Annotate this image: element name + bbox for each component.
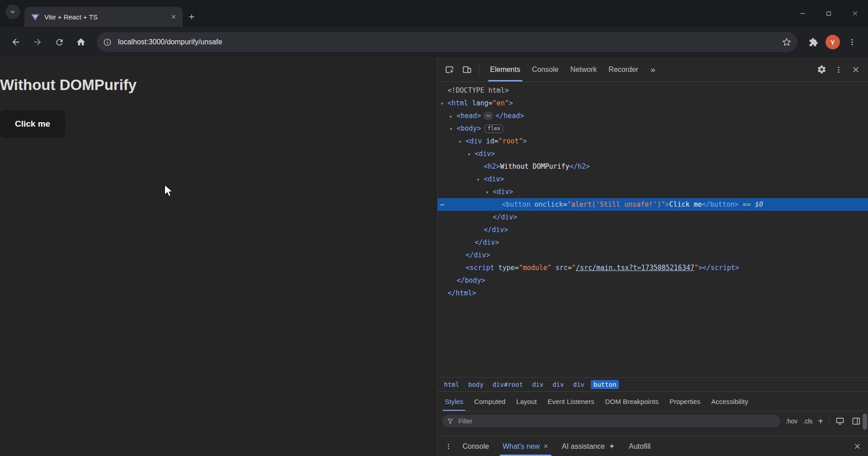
toggle-sidebar-button[interactable] xyxy=(851,417,862,426)
dom-tree-row[interactable]: </div> xyxy=(438,236,868,249)
breadcrumb-item-div[interactable]: div xyxy=(529,380,546,389)
twisty-expanded-icon[interactable]: ▾ xyxy=(440,97,448,110)
twisty-expanded-icon[interactable]: ▾ xyxy=(467,148,475,161)
extensions-button[interactable] xyxy=(804,33,823,52)
back-button[interactable] xyxy=(6,33,25,52)
styles-filter-row: :hov .cls + xyxy=(438,411,868,431)
flex-adorner-badge[interactable]: flex xyxy=(485,124,503,133)
profile-avatar[interactable]: Y xyxy=(826,35,840,49)
bookmark-star-icon[interactable] xyxy=(782,38,791,47)
expand-inline-button[interactable]: ⋯ xyxy=(483,112,493,120)
devtools-tab-console[interactable]: Console xyxy=(526,57,565,81)
toolbar-divider xyxy=(479,64,480,76)
devtools-tab-elements[interactable]: Elements xyxy=(484,57,526,81)
styles-tab-computed[interactable]: Computed xyxy=(469,392,511,411)
dom-tree-row[interactable]: ▾<div> xyxy=(438,185,868,198)
twisty-expanded-icon[interactable]: ▾ xyxy=(486,186,493,199)
dom-tree-row[interactable]: </div> xyxy=(438,249,868,261)
forward-button[interactable] xyxy=(28,33,47,52)
breadcrumb-item-body[interactable]: body xyxy=(466,380,486,389)
window-controls xyxy=(789,0,868,27)
styles-tab-event-listeners[interactable]: Event Listeners xyxy=(542,392,599,411)
tab-search-button[interactable] xyxy=(5,5,20,19)
styles-tab-styles[interactable]: Styles xyxy=(439,392,469,411)
dom-tree-row[interactable]: ▾<html lang="en"> xyxy=(438,97,868,109)
drawer-tab-what-s-new[interactable]: What's new✕ xyxy=(496,437,555,456)
devtools-menu-button[interactable] xyxy=(831,57,846,81)
home-button[interactable] xyxy=(71,33,90,52)
drawer-tab-console[interactable]: Console xyxy=(456,437,496,456)
row-options-icon[interactable]: ⋯ xyxy=(440,198,444,211)
styles-tab-layout[interactable]: Layout xyxy=(511,392,542,411)
site-info-icon[interactable] xyxy=(103,38,112,47)
dom-tree-row[interactable]: ▾<div> xyxy=(438,173,868,185)
twisty-expanded-icon[interactable]: ▾ xyxy=(476,173,484,186)
new-style-rule-button[interactable]: + xyxy=(818,417,823,426)
click-me-button[interactable]: Click me xyxy=(0,110,65,138)
dom-tree-row[interactable]: ▸<head>⋯</head> xyxy=(438,109,868,122)
inspect-element-button[interactable] xyxy=(442,57,458,81)
dom-tree-row[interactable]: <h2>Without DOMPurify</h2> xyxy=(438,160,868,173)
breadcrumb-item-div[interactable]: div xyxy=(570,380,587,389)
styles-tab-accessibility[interactable]: Accessibility xyxy=(706,392,754,411)
browser-tab[interactable]: Vite + React + TS xyxy=(24,7,183,27)
browser-menu-button[interactable] xyxy=(843,33,862,52)
dom-tree-line: ▾<div id="root"> xyxy=(438,137,527,145)
close-icon xyxy=(852,10,859,17)
breadcrumb-item-html[interactable]: html xyxy=(441,380,462,389)
dom-tree-row[interactable]: ▾<div> xyxy=(438,147,868,160)
twisty-expanded-icon[interactable]: ▾ xyxy=(449,123,457,135)
twisty-expanded-icon[interactable]: ▾ xyxy=(458,135,466,148)
scrollbar-thumb[interactable] xyxy=(863,413,867,430)
dom-tree-row[interactable]: </body> xyxy=(438,274,868,287)
styles-filter-input[interactable] xyxy=(458,417,776,425)
more-panels-button[interactable]: » xyxy=(646,57,660,81)
close-tab-icon[interactable]: ✕ xyxy=(543,443,548,450)
breadcrumb-item-div-root[interactable]: div#root xyxy=(490,380,525,389)
dom-tree-row[interactable]: </div> xyxy=(438,223,868,236)
dom-tree-row[interactable]: <script type="module" src="/src/main.tsx… xyxy=(438,261,868,274)
dom-tree-row[interactable]: ▾<div id="root"> xyxy=(438,135,868,147)
toggle-element-state-button[interactable]: :hov xyxy=(786,418,797,425)
scrollbar[interactable] xyxy=(863,413,867,454)
dom-tree-line: ▸<head>⋯</head> xyxy=(438,112,524,120)
devtools-close-button[interactable] xyxy=(848,57,863,81)
inspect-icon xyxy=(445,65,455,75)
breadcrumb-item-div[interactable]: div xyxy=(550,380,566,389)
element-classes-button[interactable]: .cls xyxy=(803,418,812,425)
devtools-settings-button[interactable] xyxy=(814,57,829,81)
devtools-tab-recorder[interactable]: Recorder xyxy=(603,57,644,81)
styles-filter[interactable] xyxy=(442,415,780,428)
plus-icon xyxy=(188,13,195,20)
drawer-tab-autofill[interactable]: Autofill xyxy=(622,437,657,456)
url-input[interactable] xyxy=(117,38,777,47)
devtools-tab-network[interactable]: Network xyxy=(564,57,603,81)
dom-tree-row[interactable]: </html> xyxy=(438,287,868,299)
dom-tree-row[interactable]: ▾<body>flex xyxy=(438,122,868,135)
drawer-close-button[interactable] xyxy=(851,442,863,450)
reload-button[interactable] xyxy=(50,33,69,52)
styles-tab-dom-breakpoints[interactable]: DOM Breakpoints xyxy=(600,392,664,411)
minimize-button[interactable] xyxy=(789,0,816,27)
styles-tabs: StylesComputedLayoutEvent ListenersDOM B… xyxy=(438,391,868,411)
chevron-down-icon xyxy=(9,9,16,15)
new-tab-button[interactable] xyxy=(188,13,195,20)
address-bar[interactable] xyxy=(97,32,797,52)
twisty-collapsed-icon[interactable]: ▸ xyxy=(449,110,457,123)
drawer-menu-button[interactable] xyxy=(442,437,455,456)
drawer-tabs: ConsoleWhat's new✕AI assistanceAutofill xyxy=(456,437,657,456)
breadcrumb-item-button[interactable]: button xyxy=(591,380,619,389)
tab-close-button[interactable] xyxy=(169,12,178,21)
kebab-menu-icon xyxy=(835,66,843,74)
dom-tree-line: </html> xyxy=(438,289,476,297)
close-window-button[interactable] xyxy=(842,0,868,27)
devtools-drawer: ConsoleWhat's new✕AI assistanceAutofill xyxy=(438,436,868,456)
dom-tree-row[interactable]: </div> xyxy=(438,211,868,223)
styles-tab-properties[interactable]: Properties xyxy=(664,392,706,411)
dom-tree-row[interactable]: ⋯<button onclick="alert('Still unsafe!')… xyxy=(438,198,868,211)
maximize-button[interactable] xyxy=(816,0,842,27)
drawer-tab-ai-assistance[interactable]: AI assistance xyxy=(555,437,622,456)
device-toolbar-button[interactable] xyxy=(459,57,475,81)
dom-tree-row[interactable]: <!DOCTYPE html> xyxy=(438,84,868,97)
rendering-emulation-button[interactable] xyxy=(835,417,845,426)
